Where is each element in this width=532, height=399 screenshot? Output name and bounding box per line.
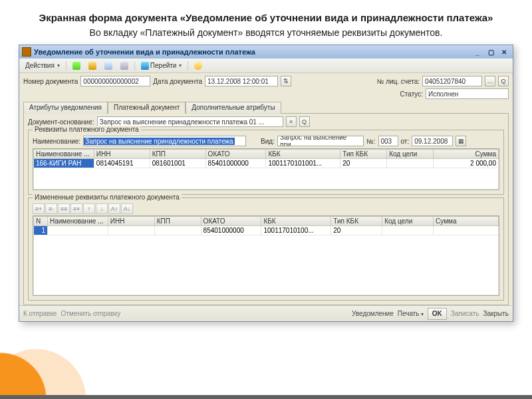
grid-requisites[interactable]: Наименование ... ИНН КПП ОКАТО КБК Тип К… <box>33 148 499 190</box>
cell[interactable] <box>387 159 434 168</box>
doc-date-input[interactable]: 13.12.2008 12:00:01 <box>205 76 278 86</box>
cell[interactable] <box>154 226 201 235</box>
toolbar-attach[interactable] <box>117 61 132 71</box>
gear-icon <box>88 62 96 70</box>
grid-changed[interactable]: N Наименование ... ИНН КПП ОКАТО КБК Тип… <box>33 215 499 296</box>
maximize-button[interactable]: ▢ <box>485 47 497 57</box>
gt-up[interactable]: ↑ <box>83 203 95 214</box>
pacc-input[interactable]: 04051207840 <box>422 76 482 86</box>
gt-copy[interactable]: ≡≡ <box>58 203 70 214</box>
toolbar-doc[interactable] <box>101 61 116 71</box>
from-input[interactable]: 09.12.2008 <box>412 136 453 146</box>
cell[interactable] <box>382 226 434 235</box>
group-requisites-legend: Реквизиты платежного документа <box>33 126 141 133</box>
gt-add[interactable]: ≡+ <box>33 203 45 214</box>
cell[interactable] <box>434 226 499 235</box>
col2-kpp[interactable]: КПП <box>154 217 201 226</box>
table-row[interactable]: 166-КИГИ РАН 0814045191 081601001 854010… <box>34 159 499 168</box>
col2-tipkbk[interactable]: Тип КБК <box>331 217 382 226</box>
pacc-pick[interactable]: … <box>485 76 495 86</box>
goto-label: Перейти <box>150 62 177 69</box>
toolbar-add[interactable] <box>69 61 84 71</box>
gt-sort-desc[interactable]: A↓ <box>121 203 133 214</box>
col2-kbk[interactable]: КБК <box>261 217 331 226</box>
save-button[interactable]: Записать <box>451 310 479 317</box>
group-changed-legend: Измененные реквизиты платежного документ… <box>33 194 182 201</box>
cell[interactable] <box>47 226 108 235</box>
status-label: Статус: <box>400 90 423 98</box>
ok-button[interactable]: OK <box>428 308 447 320</box>
cell[interactable] <box>108 226 154 235</box>
clip-icon <box>120 62 128 70</box>
cell[interactable]: 166-КИГИ РАН <box>34 159 94 168</box>
doc-no-label: Номер документа <box>23 78 78 85</box>
cell[interactable]: 85401000000 <box>205 159 266 168</box>
col2-kodceli[interactable]: Код цели <box>382 217 434 226</box>
minimize-button[interactable]: _ <box>471 47 483 57</box>
kind-label: Вид: <box>261 138 275 145</box>
num-input[interactable]: 003 <box>378 136 398 146</box>
slide-subtitle: Во вкладку «Платежный документ» вводятся… <box>19 27 513 38</box>
col-sum[interactable]: Сумма <box>434 150 499 159</box>
tab-extra[interactable]: Дополнительные атрибуты <box>186 102 281 114</box>
window-title: Уведомление об уточнении вида и принадле… <box>34 48 255 56</box>
cell[interactable]: 1 <box>34 226 48 235</box>
app-icon <box>22 47 31 57</box>
num-label: №: <box>366 138 376 145</box>
cell[interactable]: 1001170101001... <box>266 159 340 168</box>
cell[interactable]: 2 000,00 <box>434 159 499 168</box>
print-button[interactable]: Печать <box>398 310 424 317</box>
col2-inn[interactable]: ИНН <box>108 217 154 226</box>
cell[interactable]: 20 <box>331 226 382 235</box>
name-input[interactable]: Запрос на выяснение принадлежности плате… <box>83 136 246 146</box>
cell[interactable]: 081601001 <box>150 159 205 168</box>
col-inn[interactable]: ИНН <box>94 150 150 159</box>
decorative-bottom-bar <box>0 395 532 399</box>
cell[interactable]: 20 <box>340 159 387 168</box>
tab-attrs[interactable]: Атрибуты уведомления <box>23 102 108 114</box>
go-icon <box>141 62 149 70</box>
col-okato[interactable]: ОКАТО <box>205 150 266 159</box>
col-kodceli[interactable]: Код цели <box>387 150 434 159</box>
date-spin[interactable]: ⇅ <box>281 76 291 86</box>
name-value-selected: Запрос на выяснение принадлежности плате… <box>84 138 234 145</box>
notify-button[interactable]: Уведомление <box>352 310 394 317</box>
doc-no-input[interactable]: 000000000000002 <box>80 76 150 86</box>
kind-input[interactable]: Запрос на выяснение при... <box>277 136 364 146</box>
col2-okato[interactable]: ОКАТО <box>201 217 261 226</box>
cell[interactable]: 85401000000 <box>201 226 261 235</box>
gt-ins[interactable]: ≡· <box>45 203 57 214</box>
close-window-button[interactable]: ✕ <box>498 47 510 57</box>
col2-n[interactable]: N <box>34 217 48 226</box>
col-tipkbk[interactable]: Тип КБК <box>340 150 387 159</box>
toolbar-settings[interactable] <box>85 61 100 71</box>
col-name[interactable]: Наименование ... <box>34 150 94 159</box>
goto-menu[interactable]: Перейти <box>138 61 186 71</box>
actions-menu[interactable]: Действия <box>22 61 63 71</box>
basis-clear[interactable]: × <box>286 116 297 127</box>
tab-panel: Документ-основание: Запрос на выяснение … <box>23 113 509 305</box>
col-kbk[interactable]: КБК <box>266 150 340 159</box>
col-kpp[interactable]: КПП <box>150 150 205 159</box>
gt-del[interactable]: ≡× <box>70 203 82 214</box>
from-date-pick[interactable]: ▦ <box>456 136 466 146</box>
cell[interactable]: 100117010100... <box>261 226 331 235</box>
col2-sum[interactable]: Сумма <box>434 217 499 226</box>
cell[interactable]: 0814045191 <box>94 159 150 168</box>
basis-label: Документ-основание: <box>28 118 94 126</box>
tab-payment-doc[interactable]: Платежный документ <box>108 102 186 114</box>
close-button[interactable]: Закрыть <box>483 310 509 317</box>
gt-down[interactable]: ↓ <box>96 203 108 214</box>
cancel-send-link[interactable]: Отменить отправку <box>61 310 120 317</box>
footer: К отправке Отменить отправку Уведомление… <box>19 305 513 321</box>
col2-name[interactable]: Наименование ... <box>47 217 108 226</box>
pacc-open[interactable]: Q <box>498 76 509 86</box>
send-link[interactable]: К отправке <box>23 310 57 317</box>
table-row[interactable]: 1 85401000000 100117010100... 20 <box>34 226 499 235</box>
toolbar-help[interactable] <box>191 61 205 71</box>
gt-sort-asc[interactable]: A↑ <box>108 203 120 214</box>
basis-open[interactable]: Q <box>299 116 310 127</box>
status-input[interactable]: Исполнен <box>426 88 509 99</box>
name-label: Наименование: <box>33 138 80 145</box>
plus-icon <box>72 62 80 70</box>
